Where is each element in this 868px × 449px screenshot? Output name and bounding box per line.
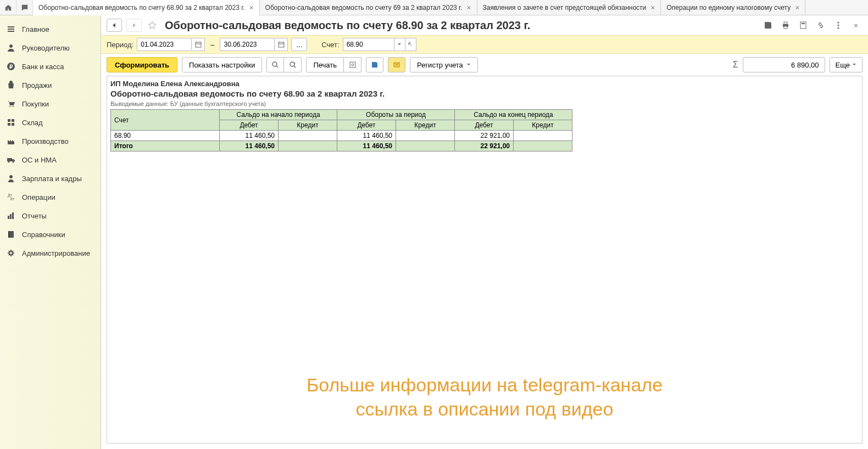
cell-turn-credit: [396, 131, 455, 141]
svg-text:Кт: Кт: [10, 197, 15, 201]
account-input[interactable]: [343, 38, 394, 51]
form-button[interactable]: Сформировать: [107, 57, 177, 72]
tab-active[interactable]: Оборотно-сальдовая ведомость по счету 68…: [33, 0, 260, 15]
svg-point-11: [13, 161, 14, 163]
report-org: ИП Моделина Елена Александровна: [110, 80, 859, 88]
svg-point-31: [272, 62, 277, 66]
sidebar-item-salary[interactable]: Зарплата и кадры: [0, 169, 101, 188]
sidebar-item-operations[interactable]: ДтКт Операции: [0, 188, 101, 206]
settings-button[interactable]: Показать настройки: [182, 57, 262, 72]
user-icon: [7, 174, 15, 183]
register-button[interactable]: Регистр учета: [410, 57, 478, 72]
home-icon[interactable]: [0, 0, 16, 15]
sidebar-item-production[interactable]: Производство: [0, 132, 101, 150]
close-icon[interactable]: ×: [249, 3, 253, 12]
th-credit: Кредит: [514, 120, 572, 131]
search-icon[interactable]: [266, 57, 284, 72]
link-icon[interactable]: [814, 19, 827, 32]
calc-icon[interactable]: [797, 19, 810, 32]
sidebar-item-bank[interactable]: ₽ Банк и касса: [0, 57, 101, 76]
chat-icon[interactable]: [16, 0, 33, 15]
calendar-icon[interactable]: [192, 38, 205, 51]
dash: –: [208, 41, 216, 49]
sidebar-item-manager[interactable]: Руководителю: [0, 38, 101, 57]
tab-label: Заявления о зачете в счет предстоящей об…: [483, 4, 647, 12]
tab[interactable]: Заявления о зачете в счет предстоящей об…: [477, 0, 661, 15]
sidebar-item-label: Зарплата и кадры: [22, 175, 82, 183]
cell-total-turn-credit: [396, 141, 455, 151]
sidebar-item-label: ОС и НМА: [22, 156, 57, 164]
th-turnover: Обороты за период: [337, 110, 455, 120]
date-from-input[interactable]: [137, 38, 192, 51]
header-row: Оборотно-сальдовая ведомость по счету 68…: [101, 15, 868, 35]
sidebar-item-reports[interactable]: Отчеты: [0, 206, 101, 225]
search-clear-icon[interactable]: [284, 57, 302, 72]
svg-point-20: [9, 251, 13, 255]
svg-rect-25: [802, 23, 805, 24]
cell-total-label: Итого: [111, 141, 220, 151]
open-icon[interactable]: [405, 38, 416, 51]
sidebar-item-directories[interactable]: Справочники: [0, 225, 101, 244]
print-icon[interactable]: [779, 19, 792, 32]
close-icon[interactable]: ×: [650, 3, 655, 12]
menu-icon: [7, 25, 15, 33]
table-row-total: Итого 11 460,50 11 460,50 22 921,00: [111, 141, 572, 151]
table-row[interactable]: 68.90 11 460,50 11 460,50 22 921,00: [111, 131, 572, 141]
main-content: Оборотно-сальдовая ведомость по счету 68…: [101, 15, 868, 449]
sidebar-item-main[interactable]: Главное: [0, 20, 101, 38]
sidebar-item-label: Главное: [22, 25, 49, 33]
toolbar: Сформировать Показать настройки Печать Р…: [101, 54, 868, 76]
chevron-down-icon[interactable]: [394, 38, 405, 51]
cell-start-credit: [279, 131, 337, 141]
sidebar-item-assets[interactable]: ОС и НМА: [0, 150, 101, 169]
print-button[interactable]: Печать: [306, 57, 344, 72]
grid-icon: [7, 118, 15, 127]
svg-rect-17: [12, 212, 14, 219]
tab-label: Оборотно-сальдовая ведомость по счету 69…: [265, 4, 463, 12]
svg-text:₽: ₽: [9, 64, 13, 70]
svg-rect-9: [7, 158, 12, 161]
sidebar-item-admin[interactable]: Администрирование: [0, 244, 101, 262]
svg-point-10: [8, 161, 10, 163]
factory-icon: [7, 137, 15, 145]
date-to-input[interactable]: [220, 38, 275, 51]
svg-rect-19: [8, 231, 9, 238]
sidebar-item-label: Склад: [22, 119, 43, 127]
favorite-button[interactable]: [146, 19, 158, 31]
svg-point-32: [290, 62, 294, 66]
print-preview-icon[interactable]: [344, 57, 361, 72]
cell-total-end-debit: 22 921,00: [455, 141, 514, 151]
sum-display: 6 890,00: [743, 57, 825, 72]
more-button[interactable]: Еще: [830, 57, 863, 72]
close-icon[interactable]: ×: [795, 3, 799, 12]
sidebar-item-warehouse[interactable]: Склад: [0, 113, 101, 132]
svg-point-4: [13, 106, 14, 107]
tab[interactable]: Операции по единому налоговому счету ×: [661, 0, 805, 15]
cell-end-debit: 22 921,00: [455, 131, 514, 141]
th-account: Счет: [111, 110, 220, 131]
cell-total-end-credit: [514, 141, 572, 151]
svg-rect-15: [8, 216, 9, 219]
close-icon[interactable]: ×: [466, 3, 471, 12]
sidebar-item-sales[interactable]: Продажи: [0, 76, 101, 94]
svg-rect-7: [8, 123, 10, 126]
calendar-icon[interactable]: [275, 38, 288, 51]
th-debit: Дебет: [455, 120, 514, 131]
close-icon[interactable]: ×: [849, 19, 863, 32]
sidebar-item-purchases[interactable]: Покупки: [0, 94, 101, 113]
sidebar-item-label: Справочники: [22, 231, 65, 239]
tab[interactable]: Оборотно-сальдовая ведомость по счету 69…: [260, 0, 477, 15]
svg-rect-33: [350, 62, 355, 68]
more-vertical-icon[interactable]: [832, 19, 845, 32]
sidebar-item-label: Руководителю: [22, 44, 70, 52]
cell-account: 68.90: [111, 131, 220, 141]
watermark: Больше информации на telegram-канале ссы…: [107, 373, 862, 421]
forward-button[interactable]: [126, 19, 142, 32]
th-debit: Дебет: [220, 120, 279, 131]
save-disk-icon[interactable]: [366, 57, 383, 72]
save-icon[interactable]: [761, 19, 775, 32]
period-ellipsis-button[interactable]: ...: [291, 38, 307, 51]
back-button[interactable]: [107, 19, 122, 32]
sidebar-item-label: Администрирование: [22, 249, 90, 257]
email-icon[interactable]: [388, 57, 405, 72]
